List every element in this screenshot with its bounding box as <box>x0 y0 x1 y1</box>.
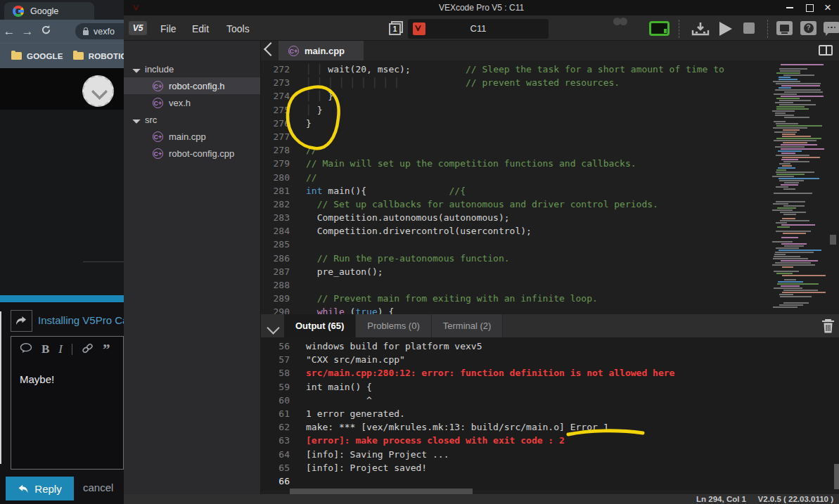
minimap-line <box>782 292 826 293</box>
cancel-button[interactable]: cancel <box>83 482 113 493</box>
output-vertical-scrollbar[interactable] <box>834 464 839 489</box>
minimap[interactable] <box>772 62 830 311</box>
tree-item-vex-h[interactable]: C+vex.h <box>124 94 260 111</box>
link-icon[interactable] <box>82 343 94 356</box>
line-number: 277 <box>261 130 290 143</box>
line-number: 278 <box>261 143 290 157</box>
maximize-button[interactable] <box>804 2 815 13</box>
reply-share-icon-box[interactable] <box>11 310 32 332</box>
minimap-line <box>776 125 822 127</box>
code-line-285: 285 <box>261 238 839 251</box>
output-tab-output[interactable]: Output (65) <box>284 314 356 337</box>
menu-file[interactable]: File <box>160 23 177 34</box>
minimap-line <box>782 266 793 268</box>
line-number: 289 <box>261 292 290 305</box>
minimap-line <box>777 207 796 209</box>
tree-item-label: robot-config.h <box>169 81 225 91</box>
minimap-line <box>773 203 788 205</box>
minimap-line <box>774 271 799 272</box>
minimap-line <box>774 140 816 141</box>
menu-tools[interactable]: Tools <box>226 23 250 34</box>
browser-scrollbar[interactable] <box>0 311 1 464</box>
tree-item-robot-config-cpp[interactable]: C+robot-config.cpp <box>124 145 260 162</box>
split-editor-icon[interactable] <box>819 45 833 56</box>
tree-item-src[interactable]: src <box>124 111 260 128</box>
quote-icon[interactable]: ” <box>103 346 110 353</box>
folder-icon <box>11 52 22 60</box>
minimap-line <box>775 102 793 103</box>
output-tab-problems[interactable]: Problems (0) <box>356 314 431 337</box>
line-number: 272 <box>261 63 290 76</box>
minimap-line <box>779 304 803 306</box>
file-explorer[interactable]: includeC+robot-config.hC+vex.hsrcC+main.… <box>124 41 261 494</box>
minimap-line <box>776 201 805 202</box>
minimap-line <box>776 155 809 156</box>
bookmark-google[interactable]: GOOGLE <box>11 52 63 60</box>
minimap-line <box>781 260 818 261</box>
output-line-60: 60 ^ <box>261 394 839 407</box>
close-button[interactable]: × <box>822 2 833 13</box>
code-line-278: 278// <box>261 143 839 157</box>
code-line-288: 288 <box>261 278 839 292</box>
minimize-button[interactable] <box>784 2 795 13</box>
minimap-line <box>784 279 796 280</box>
stop-button[interactable] <box>743 22 755 34</box>
expanded-triangle-icon <box>132 115 140 123</box>
tab-main-cpp[interactable]: C+ main.cpp <box>278 41 364 60</box>
composer-text-input[interactable]: Maybe! <box>11 361 123 385</box>
reply-composer[interactable]: B I ” Maybe! <box>11 336 124 470</box>
minimap-line <box>781 224 815 226</box>
scroll-down-badge[interactable] <box>82 75 114 107</box>
clear-output-trash-icon[interactable] <box>821 318 835 337</box>
minimap-line <box>784 117 809 118</box>
bookmark-robotics[interactable]: ROBOTIC <box>73 52 127 60</box>
minimap-line <box>779 68 807 70</box>
line-number: 59 <box>261 380 290 394</box>
code-line-286: 286 // Run the pre-autonomous function. <box>261 252 839 265</box>
minimap-line <box>774 256 800 257</box>
editor-vertical-scrollbar[interactable] <box>830 235 836 245</box>
tree-item-main-cpp[interactable]: C+main.cpp <box>124 128 260 145</box>
minimap-line <box>775 262 811 264</box>
status-bar: Ln 294, Col 1 V2.0.5 ( 22.03.0110 ) <box>124 494 839 504</box>
title-bar: VEXcode Pro V5 : C11 × <box>124 0 839 15</box>
tree-item-robot-config-h[interactable]: C+robot-config.h <box>124 77 260 94</box>
tree-item-include[interactable]: include <box>124 60 260 77</box>
minimap-line <box>783 233 806 234</box>
slot-icon[interactable]: 1 <box>389 21 403 35</box>
minimap-line <box>783 302 809 304</box>
minimap-line <box>781 85 820 86</box>
back-icon[interactable]: ← <box>0 25 18 39</box>
minimap-line <box>783 142 807 143</box>
menu-edit[interactable]: Edit <box>192 23 209 34</box>
line-number: 65 <box>261 461 290 474</box>
minimap-line <box>774 93 797 95</box>
line-number: 281 <box>261 184 290 198</box>
help-button[interactable]: ? <box>800 21 816 35</box>
output-line-61: 611 error generated. <box>261 407 839 420</box>
line-number: 57 <box>261 353 290 366</box>
minimap-line <box>782 275 826 276</box>
forward-icon[interactable]: → <box>18 25 37 39</box>
minimap-line <box>775 146 805 148</box>
output-horizontal-scrollbar[interactable] <box>290 489 473 494</box>
minimap-line <box>779 163 790 164</box>
reload-icon[interactable] <box>37 25 55 38</box>
italic-icon[interactable]: I <box>58 342 63 356</box>
minimap-line <box>781 285 800 287</box>
address-bar[interactable]: vexfo <box>75 23 124 39</box>
brain-screen-button[interactable] <box>776 21 793 35</box>
tree-item-label: vex.h <box>169 98 191 108</box>
line-number: 275 <box>261 103 290 117</box>
output-tab-terminal[interactable]: Terminal (2) <box>432 314 504 337</box>
bold-icon[interactable]: B <box>41 342 49 356</box>
browser-tab-google[interactable]: Google <box>4 2 94 20</box>
download-button[interactable] <box>691 22 710 36</box>
code-editor[interactable]: 272│ │ wait(20, msec); // Sleep the task… <box>261 60 839 316</box>
reply-topic-link[interactable]: Installing V5Pro Ca <box>38 314 124 326</box>
comment-bubble-icon[interactable] <box>20 343 32 356</box>
play-button[interactable] <box>719 22 732 36</box>
feedback-button[interactable] <box>824 22 839 33</box>
reply-button[interactable]: Reply <box>6 477 74 500</box>
output-console[interactable]: 56windows build for platform vexv557"CXX… <box>261 337 839 491</box>
